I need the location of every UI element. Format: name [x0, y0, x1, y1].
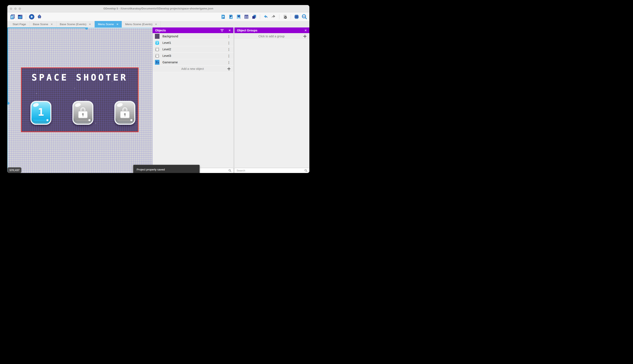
plus-icon — [227, 67, 230, 70]
capture-disabled-icon[interactable] — [282, 14, 288, 20]
object-groups-editor-icon[interactable] — [228, 14, 234, 20]
tab-menu-scene-events[interactable]: Menu Scene (Events)✕ — [122, 21, 161, 28]
level1-button-icon: 1 — [155, 40, 160, 45]
close-tab-icon[interactable]: ✕ — [116, 23, 118, 26]
level3-button-instance[interactable] — [114, 101, 135, 125]
play-icon[interactable] — [29, 14, 35, 20]
tab-base-scene[interactable]: Base Scene✕ — [30, 21, 57, 28]
background-swatch-icon — [155, 34, 160, 39]
level2-button-instance[interactable] — [72, 101, 93, 125]
add-group-button[interactable]: Click to add a group — [234, 33, 309, 40]
object-menu-icon[interactable]: ⋮ — [227, 54, 230, 58]
object-row-level2[interactable]: Level2 ⋮ — [153, 46, 233, 53]
project-manager-icon[interactable] — [10, 14, 15, 20]
object-groups-search-bar — [234, 168, 309, 173]
objects-editor-icon[interactable] — [220, 14, 226, 20]
tab-start-page[interactable]: Start Page — [9, 21, 30, 28]
zoom-window-icon[interactable] — [19, 8, 21, 10]
toolbar-right-group: 1:1 — [220, 14, 307, 20]
game-title-text-instance[interactable]: SPACE SHOOTER — [22, 72, 138, 82]
close-window-icon[interactable] — [10, 8, 12, 10]
vertical-scrollbar-track[interactable] — [7, 103, 8, 173]
level1-button-instance[interactable]: 1 — [31, 101, 52, 125]
locked-button-icon — [155, 53, 160, 58]
debug-icon[interactable] — [37, 14, 42, 20]
tab-menu-scene[interactable]: Menu Scene✕ — [95, 21, 122, 28]
vertical-scrollbar-thumb[interactable] — [7, 102, 10, 105]
search-icon — [228, 169, 231, 172]
panel-title: Objects — [155, 29, 166, 32]
scene-window-frame[interactable]: SPACE SHOOTER 1 — [21, 68, 139, 132]
titlebar: GDevelop 5 - /Users/dkarakay/Documents/G… — [7, 5, 309, 12]
object-groups-panel-header: Object Groups ✕ — [234, 28, 309, 33]
close-tab-icon[interactable]: ✕ — [51, 23, 53, 26]
toolbar-left-group — [10, 14, 42, 20]
objects-list: Background ⋮ 1 Level1 ⋮ Level2 ⋮ Level3 … — [153, 33, 233, 168]
add-new-object-button[interactable]: Add a new object — [153, 66, 233, 72]
stars-decoration — [22, 68, 22, 68]
toolbar: 1:1 — [7, 12, 309, 21]
window-title: GDevelop 5 - /Users/dkarakay/Documents/G… — [104, 7, 213, 10]
tab-base-scene-events[interactable]: Base Scene (Events)✕ — [57, 21, 95, 28]
filter-icon[interactable] — [220, 29, 224, 32]
lock-icon — [78, 107, 88, 118]
close-panel-icon[interactable]: ✕ — [228, 29, 231, 32]
traffic-lights — [10, 5, 21, 12]
object-row-level3[interactable]: Level3 ⋮ — [153, 53, 233, 59]
object-row-background[interactable]: Background ⋮ — [153, 33, 233, 40]
grid-icon[interactable] — [294, 14, 299, 20]
toolbar-divider — [26, 14, 26, 19]
object-menu-icon[interactable]: ⋮ — [227, 41, 230, 44]
toolbar-divider — [279, 14, 279, 19]
minimize-window-icon[interactable] — [14, 8, 17, 10]
save-toast: Project properly saved — [133, 165, 200, 173]
horizontal-scrollbar-thumb[interactable] — [85, 28, 88, 30]
object-row-gamename[interactable]: Tx Gamename ⋮ — [153, 59, 233, 66]
object-groups-panel: Object Groups ✕ Click to add a group — [234, 28, 309, 173]
close-panel-icon[interactable]: ✕ — [304, 29, 307, 32]
horizontal-scrollbar[interactable] — [7, 28, 87, 28]
vertical-scrollbar[interactable] — [7, 28, 8, 103]
scene-editor-icon[interactable] — [17, 14, 23, 20]
object-menu-icon[interactable]: ⋮ — [227, 48, 230, 51]
search-icon — [304, 169, 307, 172]
undo-icon[interactable] — [263, 14, 269, 20]
object-groups-empty-area — [234, 40, 309, 168]
gdevelop-window: GDevelop 5 - /Users/dkarakay/Documents/G… — [7, 5, 309, 173]
text-object-icon: Tx — [155, 60, 160, 65]
objects-panel-header: Objects ✕ — [153, 28, 233, 33]
panel-title: Object Groups — [237, 29, 257, 32]
objects-panel: Objects ✕ Background ⋮ 1 Level1 ⋮ — [152, 28, 233, 173]
redo-icon[interactable] — [270, 14, 276, 20]
close-tab-icon[interactable]: ✕ — [89, 23, 91, 26]
object-menu-icon[interactable]: ⋮ — [227, 61, 230, 64]
tab-bar: Start Page Base Scene✕ Base Scene (Event… — [7, 21, 309, 28]
horizontal-scrollbar-track[interactable] — [87, 28, 152, 28]
toolbar-divider — [291, 14, 291, 19]
layers-icon[interactable] — [251, 14, 257, 20]
object-row-level1[interactable]: 1 Level1 ⋮ — [153, 40, 233, 46]
close-tab-icon[interactable]: ✕ — [155, 23, 157, 26]
zoom-1-1-icon[interactable]: 1:1 — [301, 14, 307, 20]
object-groups-search-input[interactable] — [234, 168, 309, 173]
scene-canvas[interactable]: SPACE SHOOTER 1 570;437 — [7, 28, 152, 173]
plus-icon — [303, 35, 306, 38]
locked-button-icon — [155, 47, 160, 52]
properties-icon[interactable] — [236, 14, 242, 20]
object-menu-icon[interactable]: ⋮ — [227, 35, 230, 38]
instances-list-icon[interactable] — [243, 14, 249, 20]
cursor-coordinates-badge: 570;437 — [8, 167, 22, 173]
svg-text:1:1: 1:1 — [303, 15, 305, 17]
lock-icon — [120, 107, 130, 118]
